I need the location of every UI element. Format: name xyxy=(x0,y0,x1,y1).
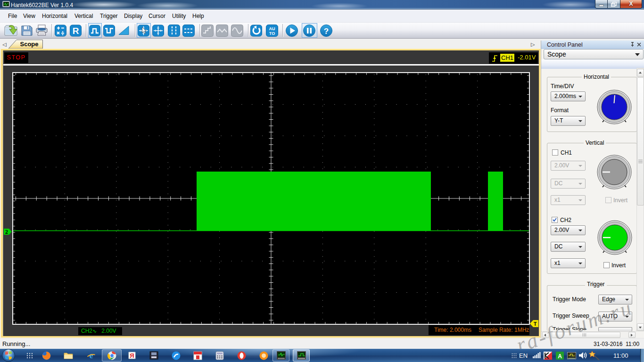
svg-text:R: R xyxy=(73,26,79,36)
svg-text:TO: TO xyxy=(269,31,275,36)
svg-text:AU: AU xyxy=(269,26,275,31)
svg-text:2: 2 xyxy=(5,229,8,235)
svg-text:T: T xyxy=(534,321,537,327)
svg-text:?: ? xyxy=(324,27,329,36)
svg-text:Я: Я xyxy=(130,352,134,359)
svg-text:e: e xyxy=(90,351,93,360)
svg-text:A: A xyxy=(558,353,562,360)
